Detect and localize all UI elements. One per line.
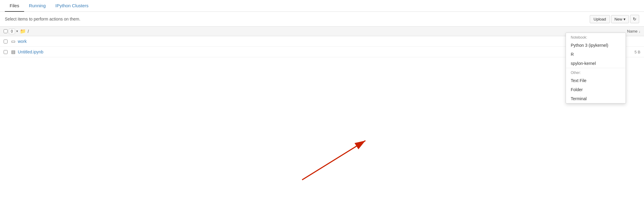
tab-files[interactable]: Files xyxy=(5,0,24,12)
list-item: ▭ work xyxy=(0,36,644,47)
menu-item-r[interactable]: R xyxy=(566,50,626,57)
file-checkbox-notebook[interactable] xyxy=(4,50,8,54)
name-sort-icon[interactable]: ↓ xyxy=(639,30,641,33)
refresh-button[interactable]: ↻ xyxy=(630,15,639,23)
toolbar-help-text: Select items to perform actions on them. xyxy=(5,17,80,21)
file-name-work[interactable]: work xyxy=(18,39,27,44)
menu-item-python3[interactable]: Python 3 (ipykernel) xyxy=(566,41,626,50)
toolbar: Select items to perform actions on them.… xyxy=(0,12,644,26)
notebook-icon: ▤ xyxy=(11,49,15,55)
toolbar-actions: Upload New ▾ ↻ xyxy=(590,15,639,23)
new-button-label: New xyxy=(614,17,622,21)
breadcrumb-path: / xyxy=(28,29,29,34)
file-name-notebook[interactable]: Untitled.ipynb xyxy=(18,49,43,54)
file-list-header: 0 ▾ 📁 / Name ↓ xyxy=(0,26,644,36)
upload-button[interactable]: Upload xyxy=(590,15,610,23)
select-all-area: 0 ▾ xyxy=(4,29,18,34)
count-dropdown-arrow[interactable]: ▾ xyxy=(16,29,18,33)
file-checkbox-work[interactable] xyxy=(4,40,8,43)
tabs-bar: Files Running IPython Clusters xyxy=(0,0,644,12)
tab-running[interactable]: Running xyxy=(24,0,51,12)
header-left: 0 ▾ 📁 / xyxy=(4,28,29,34)
new-button[interactable]: New ▾ xyxy=(611,15,629,23)
new-button-chevron: ▾ xyxy=(623,17,626,21)
name-col-label: Name xyxy=(627,29,638,33)
header-right: Name ↓ xyxy=(627,29,640,33)
notebook-section-label: Notebook: xyxy=(566,33,626,41)
breadcrumb-folder-icon: 📁 xyxy=(20,28,26,34)
list-item: ▤ Untitled.ipynb 5 B xyxy=(0,47,644,57)
folder-icon: ▭ xyxy=(11,39,15,44)
selected-count: 0 xyxy=(9,29,15,34)
tab-ipython-clusters[interactable]: IPython Clusters xyxy=(51,0,93,12)
select-all-checkbox[interactable] xyxy=(4,29,8,33)
new-dropdown-menu: Notebook: Python 3 (ipykernel) R spylon-… xyxy=(566,33,626,57)
file-size-notebook: 5 B xyxy=(634,50,640,54)
